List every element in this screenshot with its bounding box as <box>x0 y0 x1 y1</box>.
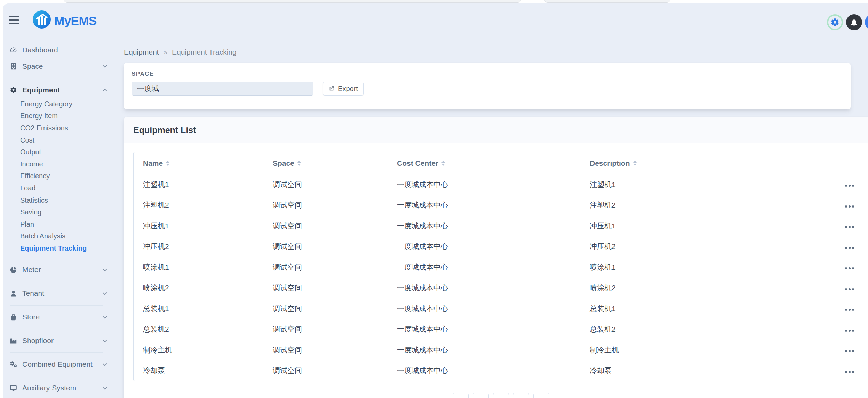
row-actions-ellipsis-icon[interactable] <box>843 348 856 354</box>
sidebar-item-dashboard[interactable]: Dashboard <box>3 42 118 58</box>
table-row: 冲压机2调试空间一度城成本中心冲压机2 <box>134 236 868 257</box>
chevron-up-icon <box>103 89 107 93</box>
table-row: 注塑机1调试空间一度城成本中心注塑机1 <box>134 174 868 195</box>
sidebar-divider <box>10 352 103 353</box>
breadcrumb-separator: » <box>163 48 167 56</box>
chevron-down-icon <box>103 63 107 68</box>
sidebar-item-cost[interactable]: Cost <box>3 134 118 146</box>
chevron-down-icon <box>103 362 107 366</box>
row-actions-ellipsis-icon[interactable] <box>843 224 856 230</box>
gear-icon <box>10 86 17 94</box>
chevron-down-icon <box>103 291 107 295</box>
sidebar-divider <box>10 376 103 376</box>
row-actions-ellipsis-icon[interactable] <box>843 327 856 334</box>
table-row: 喷涂机1调试空间一度城成本中心喷涂机1 <box>134 257 868 278</box>
factory-icon <box>10 337 17 344</box>
column-header-description[interactable]: Description <box>580 152 818 174</box>
pagination-button-3[interactable] <box>493 393 509 398</box>
sidebar-item-space[interactable]: Space <box>3 58 118 74</box>
chevron-down-icon <box>103 385 107 390</box>
chevron-down-icon <box>103 338 107 342</box>
pagination <box>453 393 549 398</box>
sidebar-divider <box>10 258 103 258</box>
row-actions-ellipsis-icon[interactable] <box>843 265 856 271</box>
sidebar-item-store[interactable]: Store <box>3 309 118 325</box>
pagination-button-1[interactable] <box>453 393 469 398</box>
row-actions-ellipsis-icon[interactable] <box>843 245 856 251</box>
pagination-button-4[interactable] <box>513 393 529 398</box>
menu-icon[interactable] <box>9 16 19 24</box>
sidebar: Dashboard Space Equipment Energy Categor… <box>3 42 118 396</box>
page-title: Equipment List <box>133 125 196 135</box>
breadcrumb: Equipment » Equipment Tracking <box>124 48 237 56</box>
chevron-down-icon <box>103 267 107 271</box>
sidebar-item-statistics[interactable]: Statistics <box>3 194 118 206</box>
table-header-row: Name Space Cost Center Description <box>134 152 868 174</box>
column-header-actions <box>818 152 868 174</box>
row-actions-ellipsis-icon[interactable] <box>843 182 856 189</box>
space-label: SPACE <box>132 71 154 78</box>
sort-icon[interactable] <box>297 161 301 166</box>
breadcrumb-equipment[interactable]: Equipment <box>124 48 159 56</box>
chevron-down-icon <box>103 314 107 319</box>
space-filter-card: SPACE Export <box>124 63 851 109</box>
sidebar-item-tenant[interactable]: Tenant <box>3 285 118 302</box>
gauge-icon <box>10 46 17 54</box>
sidebar-item-meter[interactable]: Meter <box>3 262 118 278</box>
sidebar-item-plan[interactable]: Plan <box>3 218 118 230</box>
column-header-cost-center[interactable]: Cost Center <box>388 152 580 174</box>
sort-icon[interactable] <box>166 161 169 166</box>
myems-logo[interactable] <box>33 10 51 29</box>
card-header: Equipment List <box>124 117 868 143</box>
sidebar-item-energy-category[interactable]: Energy Category <box>3 98 118 110</box>
table-row: 喷涂机2调试空间一度城成本中心喷涂机2 <box>134 278 868 299</box>
row-actions-ellipsis-icon[interactable] <box>843 286 856 292</box>
equipment-table: Name Space Cost Center Description 注塑机1调… <box>133 152 868 381</box>
row-actions-ellipsis-icon[interactable] <box>843 369 856 375</box>
sidebar-item-combined-equipment[interactable]: Combined Equipment <box>3 356 118 373</box>
sidebar-divider <box>10 305 103 306</box>
shopping-bag-icon <box>10 314 17 321</box>
bell-icon[interactable] <box>846 14 862 30</box>
sidebar-item-equipment-tracking[interactable]: Equipment Tracking <box>3 242 118 254</box>
sort-icon[interactable] <box>633 161 637 166</box>
space-input[interactable] <box>132 82 313 96</box>
settings-gear-icon[interactable] <box>827 14 843 30</box>
sidebar-item-income[interactable]: Income <box>3 158 118 170</box>
monitor-icon <box>10 384 17 392</box>
gears-icon <box>10 361 17 368</box>
sort-icon[interactable] <box>441 161 445 166</box>
table-row: 冷却泵调试空间一度城成本中心冷却泵 <box>134 360 868 381</box>
pagination-button-5[interactable] <box>533 393 549 398</box>
sidebar-item-co2-emissions[interactable]: CO2 Emissions <box>3 122 118 134</box>
equipment-list-card: Equipment List Name Space Cost Center De… <box>124 117 868 398</box>
user-icon <box>10 290 17 297</box>
sidebar-item-batch-analysis[interactable]: Batch Analysis <box>3 230 118 243</box>
export-button[interactable]: Export <box>323 82 364 96</box>
row-actions-ellipsis-icon[interactable] <box>843 203 856 210</box>
table-row: 注塑机2调试空间一度城成本中心注塑机2 <box>134 195 868 216</box>
sidebar-item-output[interactable]: Output <box>3 146 118 158</box>
sidebar-item-load[interactable]: Load <box>3 182 118 194</box>
table-row: 总装机1调试空间一度城成本中心总装机1 <box>134 298 868 319</box>
sidebar-item-efficiency[interactable]: Efficiency <box>3 170 118 182</box>
column-header-name[interactable]: Name <box>134 152 263 174</box>
table-row: 制冷主机调试空间一度城成本中心制冷主机 <box>134 340 868 360</box>
external-link-icon <box>328 86 335 92</box>
brand-title[interactable]: MyEMS <box>54 14 97 28</box>
table-row: 总装机2调试空间一度城成本中心总装机2 <box>134 319 868 340</box>
sidebar-item-energy-item[interactable]: Energy Item <box>3 110 118 122</box>
sidebar-item-shopfloor[interactable]: Shopfloor <box>3 333 118 349</box>
column-header-space[interactable]: Space <box>263 152 388 174</box>
breadcrumb-equipment-tracking: Equipment Tracking <box>172 48 237 56</box>
sidebar-item-saving[interactable]: Saving <box>3 206 118 218</box>
sidebar-divider <box>10 78 103 78</box>
sidebar-divider <box>10 282 103 282</box>
pagination-button-2[interactable] <box>473 393 489 398</box>
row-actions-ellipsis-icon[interactable] <box>843 307 856 313</box>
sidebar-divider <box>10 329 103 329</box>
equipment-submenu: Energy Category Energy Item CO2 Emission… <box>3 98 118 254</box>
table-row: 冲压机1调试空间一度城成本中心冲压机1 <box>134 216 868 236</box>
sidebar-item-auxiliary-system[interactable]: Auxiliary System <box>3 380 118 396</box>
sidebar-item-equipment[interactable]: Equipment <box>3 82 118 98</box>
